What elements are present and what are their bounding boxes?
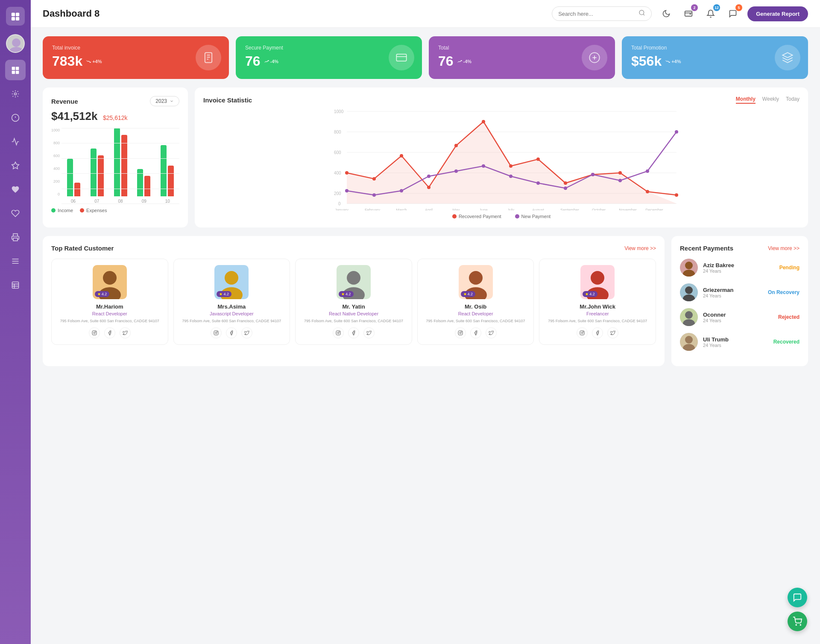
bell-icon-button[interactable]: 12 — [703, 6, 718, 21]
bar-group — [64, 159, 83, 196]
stat-label-total: Total — [438, 45, 606, 51]
rating-badge: 4.2 — [339, 291, 354, 297]
svg-point-59 — [618, 171, 622, 175]
income-bar — [91, 149, 97, 196]
svg-point-61 — [675, 193, 678, 197]
customer-avatar: 4.2 — [580, 265, 615, 299]
sidebar-item-heart[interactable] — [5, 179, 26, 200]
stats-row: Total invoice 783k +4% Secure Payment 76 — [43, 36, 808, 79]
twitter-icon[interactable] — [486, 327, 497, 338]
instagram-icon[interactable] — [577, 327, 588, 338]
twitter-icon[interactable] — [241, 327, 252, 338]
twitter-icon[interactable] — [363, 327, 375, 338]
sidebar-item-bookmark[interactable] — [5, 203, 26, 224]
payment-age: 24 Years — [703, 293, 763, 298]
rating-badge: 4.2 — [461, 291, 476, 297]
generate-report-button[interactable]: Generate Report — [747, 6, 808, 21]
svg-rect-0 — [12, 13, 15, 16]
tab-monthly[interactable]: Monthly — [736, 96, 756, 104]
svg-rect-25 — [685, 11, 692, 16]
svg-rect-91 — [92, 331, 97, 335]
sidebar-item-print[interactable] — [5, 227, 26, 248]
facebook-icon[interactable] — [348, 327, 359, 338]
customer-card: 4.2 Mr. Yatin React Native Developer 795… — [295, 259, 412, 345]
twitter-icon[interactable] — [607, 327, 618, 338]
payments-title: Recent Payments — [680, 245, 733, 252]
stat-change-payment: -4% — [264, 59, 279, 64]
invoice-tabs: Monthly Weekly Today — [736, 96, 800, 104]
expenses-legend: Expenses — [80, 208, 107, 213]
stat-value-total: 76 -4% — [438, 53, 606, 69]
payment-name: Griezerman — [703, 287, 763, 293]
recovered-payment-legend: Recovered Payment — [452, 214, 501, 219]
payments-view-more[interactable]: View more >> — [768, 245, 800, 251]
svg-text:400: 400 — [334, 171, 341, 175]
payments-header: Recent Payments View more >> — [680, 245, 800, 252]
instagram-icon[interactable] — [455, 327, 466, 338]
svg-point-116 — [591, 271, 604, 285]
sidebar-item-dashboard[interactable] — [5, 60, 26, 80]
svg-point-66 — [454, 169, 458, 173]
bar-group — [111, 128, 130, 196]
instagram-icon[interactable] — [211, 327, 222, 338]
sidebar-item-menu[interactable] — [5, 251, 26, 271]
customer-card: 4.2 Mr.John Wick Freelancer 795 Folsom A… — [539, 259, 656, 345]
payment-info: Oconner 24 Years — [703, 312, 773, 323]
payment-item: Uli Trumb 24 Years Recovered — [680, 333, 800, 351]
year-select[interactable]: 2023 — [150, 96, 179, 106]
svg-text:200: 200 — [334, 191, 341, 196]
income-bar — [161, 145, 167, 196]
customer-card: 4.2 Mr.Hariom React Developer 795 Folsom… — [51, 259, 168, 345]
bar-group — [88, 149, 107, 196]
chat-icon-button[interactable]: 5 — [725, 6, 741, 21]
payment-age: 24 Years — [703, 268, 774, 274]
svg-rect-112 — [458, 331, 463, 335]
customer-socials — [300, 327, 407, 338]
payment-status: Pending — [779, 265, 800, 271]
facebook-icon[interactable] — [592, 327, 603, 338]
line-chart-container: 1000 800 600 400 200 0 — [203, 108, 800, 212]
sidebar-item-list[interactable] — [5, 275, 26, 295]
search-input[interactable] — [558, 11, 635, 17]
instagram-icon[interactable] — [333, 327, 344, 338]
twitter-icon[interactable] — [120, 327, 131, 338]
facebook-icon[interactable] — [470, 327, 481, 338]
sidebar-item-settings[interactable] — [5, 84, 26, 104]
revenue-chart-title: Revenue — [51, 98, 78, 105]
facebook-icon[interactable] — [226, 327, 237, 338]
new-payment-legend: New Payment — [515, 214, 551, 219]
sidebar-item-star[interactable] — [5, 155, 26, 176]
svg-marker-90 — [97, 293, 100, 295]
svg-point-68 — [509, 175, 512, 178]
facebook-icon[interactable] — [104, 327, 115, 338]
payment-avatar — [680, 259, 698, 277]
payment-status: Recovered — [773, 339, 800, 345]
svg-point-5 — [9, 47, 23, 53]
stat-card-payment: Secure Payment 76 -4% — [236, 36, 422, 79]
sidebar-item-analytics[interactable] — [5, 131, 26, 152]
expenses-bar — [74, 183, 80, 196]
stat-icon-invoice — [196, 45, 221, 70]
revenue-x-labels: 06 07 08 09 10 — [62, 199, 179, 204]
tab-today[interactable]: Today — [786, 96, 800, 104]
support-float-button[interactable] — [788, 588, 807, 607]
sidebar-item-info[interactable] — [5, 108, 26, 128]
svg-point-88 — [103, 271, 117, 285]
stat-value-payment: 76 -4% — [245, 53, 413, 69]
instagram-icon[interactable] — [89, 327, 100, 338]
payment-info: Aziz Bakree 24 Years — [703, 262, 774, 274]
theme-toggle-button[interactable] — [659, 6, 674, 21]
svg-rect-31 — [396, 54, 406, 61]
svg-text:600: 600 — [334, 150, 341, 155]
revenue-secondary: $25,612k — [103, 114, 128, 121]
wallet-icon-button[interactable]: 2 — [681, 6, 696, 21]
avatar[interactable] — [6, 34, 25, 53]
customer-socials — [178, 327, 286, 338]
customer-role: React Developer — [422, 311, 530, 316]
svg-line-24 — [643, 14, 644, 15]
customer-avatar: 4.2 — [459, 265, 493, 299]
customers-view-more[interactable]: View more >> — [624, 245, 656, 251]
tab-weekly[interactable]: Weekly — [762, 96, 779, 104]
cart-float-button[interactable] — [788, 612, 807, 631]
sidebar-logo[interactable] — [6, 7, 25, 26]
